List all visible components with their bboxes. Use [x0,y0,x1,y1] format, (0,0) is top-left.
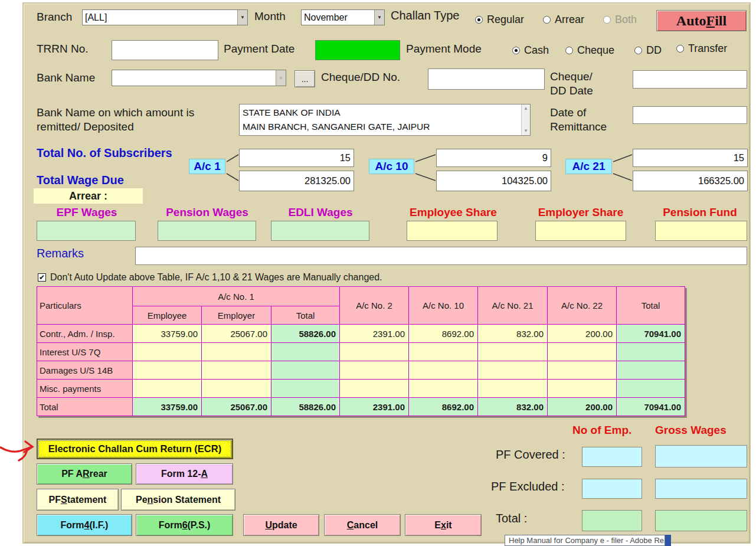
challan-type-regular[interactable]: Regular [475,14,524,26]
remit-bank-textarea[interactable]: STATE BANK OF INDIA MAIN BRANCH, SANGANE… [239,104,531,136]
cancel-button[interactable]: Cancel [324,514,401,536]
col-employee: Employee [133,306,202,325]
pension-statement-button[interactable]: Pension Statement [121,489,235,511]
total-wage-due-label: Total Wage Due [37,174,124,187]
bank-name-select[interactable]: ▼ [112,70,286,86]
contribution-table: Particulars A/c No. 1 A/c No. 2 A/c No. … [37,286,685,416]
challan-form-panel: Branch [ALL] ▼ Month November ▼ Challan … [22,2,751,544]
pf-excluded-label: PF Excluded : [491,480,565,493]
col-employer: Employer [202,306,271,325]
radio-icon[interactable] [634,47,642,54]
branch-select[interactable]: [ALL] ▼ [82,9,248,25]
cheque-dd-no-input[interactable] [428,68,545,90]
month-value: November [302,12,374,23]
ac1-wages-value[interactable]: 281325.00 [239,171,354,191]
total-label: Total : [496,512,527,525]
pf-arrear-button[interactable]: PF ARrear [37,463,132,485]
ac10-subscribers-value[interactable]: 9 [436,149,551,167]
radio-icon[interactable] [475,16,483,24]
auto-update-checkbox[interactable]: ✔ [38,273,46,282]
table-row: Interest U/S 7Q [37,343,685,361]
scroll-down-icon[interactable]: ▼ [522,127,530,135]
col-ac2: A/c No. 2 [340,287,409,325]
scroll-up-icon[interactable]: ▲ [522,104,530,113]
pf-covered-gross-input[interactable] [655,445,747,467]
auto-fill-button[interactable]: Auto Fill [656,10,747,31]
total-gross-input[interactable] [655,510,747,531]
challan-type-label: Challan Type [391,9,459,22]
employee-share-label: Employee Share [395,206,511,219]
remarks-input[interactable] [135,247,747,265]
branch-value: [ALL] [83,12,237,23]
edli-wages-input[interactable] [271,221,369,241]
month-select[interactable]: November ▼ [301,9,385,25]
cheque-dd-date-label: Cheque/ DD Date [550,70,593,99]
pension-wages-input[interactable] [158,221,256,241]
auto-update-checkbox-label: Don't Auto Update above Table, IF A/c 1,… [50,272,382,283]
epf-wages-input[interactable] [37,221,136,241]
challan-type-arrear[interactable]: Arrear [543,14,584,26]
payment-mode-cash[interactable]: Cash [512,44,549,57]
employee-share-input[interactable] [407,221,498,241]
ecr-button[interactable]: Electronic Challan Cum Return (ECR) [37,439,233,459]
pf-statement-button[interactable]: PF Statement [37,489,119,511]
ac1-subscribers-value[interactable]: 15 [239,149,354,167]
col-total: Total [617,287,685,325]
radio-icon[interactable] [512,47,520,54]
ac1-label: A/c 1 [189,159,225,174]
form-6-button[interactable]: Form 6 (P.S.) [136,514,233,536]
ac21-label: A/c 21 [565,159,612,174]
pf-excluded-gross-input[interactable] [655,479,747,499]
bank-browse-button[interactable]: ... [294,70,315,87]
remarks-label: Remarks [37,247,84,260]
scrollbar[interactable]: ▲ ▼ [521,104,530,135]
radio-icon[interactable] [543,16,551,24]
radio-icon[interactable] [676,45,684,53]
pension-wages-label: Pension Wages [153,206,261,219]
col-particulars: Particulars [37,287,133,325]
pf-covered-emp-input[interactable] [582,447,642,467]
remit-date-label: Date of Remittance [550,106,607,135]
ac21-wages-value[interactable]: 166325.00 [633,171,748,191]
radio-icon[interactable] [565,47,573,54]
pf-covered-label: PF Covered : [496,448,565,462]
pension-fund-input[interactable] [655,221,747,241]
total-subscribers-label: Total No. of Subscribers [37,146,172,160]
table-row: Contr., Adm. / Insp. 33759.00 25067.00 5… [37,325,685,343]
trrn-input[interactable] [112,40,218,60]
payment-mode-cheque[interactable]: Cheque [565,44,614,57]
remit-bank-label: Bank Name on which amount is remitted/ D… [37,106,194,135]
month-label: Month [254,10,286,23]
chevron-down-icon[interactable]: ▼ [374,10,384,25]
help-tooltip: Help Manual for Company e - filer - Adob… [505,535,665,546]
pf-excluded-emp-input[interactable] [582,479,642,499]
no-of-emp-label: No of Emp. [572,424,631,437]
form-4-button[interactable]: Form 4 (I.F.) [37,514,132,536]
total-emp-input[interactable] [582,510,642,531]
remit-date-input[interactable] [633,106,747,124]
update-button[interactable]: Update [243,514,319,536]
col-group-ac1: A/c No. 1 [133,287,340,306]
trrn-label: TRRN No. [37,42,89,55]
chevron-down-icon[interactable]: ▼ [237,10,247,25]
exit-button[interactable]: Exit [405,514,482,536]
form-12a-button[interactable]: Form 12-A [136,463,233,485]
table-row: Damages U/S 14B [37,361,685,380]
arrear-label: Arrear : [34,188,143,204]
payment-date-input[interactable] [315,40,400,60]
bank-name-label: Bank Name [37,71,95,84]
payment-mode-transfer[interactable]: Transfer [676,42,727,55]
ac21-subscribers-value[interactable]: 15 [633,149,748,167]
employer-share-input[interactable] [535,221,626,241]
tooltip-edge-fragment [665,535,671,546]
col-ac10: A/c No. 10 [409,287,478,325]
gross-wages-label: Gross Wages [655,424,726,437]
payment-mode-dd[interactable]: DD [634,44,662,57]
chevron-down-icon: ▼ [276,70,286,86]
ac10-wages-value[interactable]: 104325.00 [436,171,551,191]
checkmark-icon: ✔ [39,273,45,282]
ac10-label: A/c 10 [369,159,414,174]
cheque-dd-date-input[interactable] [633,70,747,89]
payment-mode-label: Payment Mode [406,42,482,55]
edli-wages-label: EDLI Wages [270,206,371,219]
